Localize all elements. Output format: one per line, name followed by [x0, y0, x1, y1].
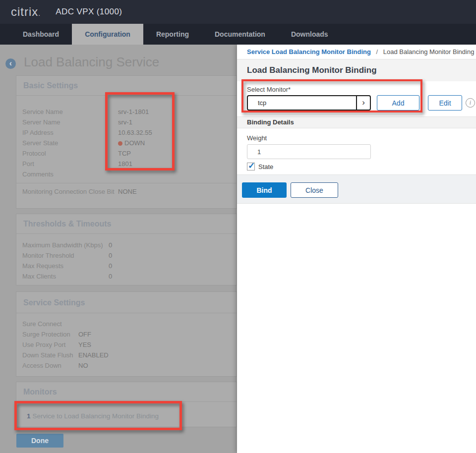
breadcrumb-separator: / — [376, 48, 378, 56]
status-down-text: DOWN — [124, 139, 145, 147]
panel-title-band: Load Balancing Monitor Binding — [237, 59, 476, 81]
monitors-header: Monitors — [16, 382, 237, 402]
card-divider — [16, 183, 237, 183]
monitor-binding-panel: Service Load Balancing Monitor Binding /… — [237, 45, 476, 453]
breadcrumb-current: Load Balancing Monitor Binding — [383, 48, 475, 56]
field-row: Down State FlushENABLED — [22, 350, 231, 360]
back-arrow-icon: ‹ — [9, 59, 12, 67]
field-row: Max Requests0 — [22, 261, 231, 271]
service-monitor-binding-link[interactable]: 1Service to Load Balancing Monitor Bindi… — [16, 402, 237, 420]
service-settings-card: Service Settings Sure Connect Surge Prot… — [16, 291, 237, 377]
field-value: srv-1 — [118, 117, 132, 127]
field-label: Service Name — [22, 107, 118, 117]
citrix-logo: citrix. — [11, 5, 41, 19]
field-row: Monitor Threshold0 — [22, 250, 231, 261]
state-checkbox-row[interactable]: ✓ State — [247, 163, 273, 170]
citrix-adc-screen: citrix. ADC VPX (1000) Dashboard Configu… — [0, 0, 476, 453]
field-label: Down State Flush — [22, 350, 78, 360]
citrix-logo-text: citrix — [11, 5, 38, 18]
monitors-card: Monitors 1Service to Load Balancing Moni… — [16, 382, 237, 427]
tab-downloads[interactable]: Downloads — [278, 24, 341, 45]
field-label: Port — [22, 159, 118, 169]
breadcrumb-link[interactable]: Service Load Balancing Monitor Binding — [247, 48, 371, 56]
status-down-dot — [118, 141, 122, 146]
binding-details-section: Weight ✓ State — [237, 128, 476, 174]
field-row: Port1801 — [22, 159, 231, 169]
thresholds-card: Thresholds & Timeouts Maximum Bandwidth … — [16, 214, 237, 285]
info-icon[interactable]: i — [466, 98, 475, 108]
add-button[interactable]: Add — [377, 95, 419, 111]
field-row: Sure Connect — [22, 319, 231, 329]
field-value: 0 — [109, 271, 112, 282]
bind-button[interactable]: Bind — [242, 182, 287, 198]
field-value: OFF — [78, 329, 91, 340]
field-value: 1801 — [118, 159, 132, 169]
citrix-logo-dot: . — [38, 9, 41, 17]
server-state-value: DOWN — [118, 138, 145, 148]
field-row: Maximum Bandwidth (Kbps)0 — [22, 240, 231, 250]
field-row: IP Address10.63.32.55 — [22, 127, 231, 138]
service-settings-header: Service Settings — [16, 292, 237, 313]
field-row: Max Clients0 — [22, 271, 231, 282]
edit-button[interactable]: Edit — [428, 95, 462, 111]
field-label: Monitoring Connection Close Bit — [22, 186, 118, 197]
weight-label: Weight — [247, 134, 267, 142]
field-value: YES — [78, 340, 91, 350]
back-button[interactable]: ‹ — [5, 58, 16, 69]
main-nav: Dashboard Configuration Reporting Docume… — [0, 24, 476, 45]
field-value: NO — [78, 360, 88, 371]
basic-settings-header: Basic Settings — [16, 76, 237, 96]
field-value: 0 — [109, 261, 112, 271]
panel-action-bar: Bind Close — [237, 174, 476, 204]
binding-details-header: Binding Details — [237, 116, 476, 128]
state-checkbox[interactable]: ✓ — [247, 163, 255, 170]
field-row: Service Namesrv-1-1801 — [22, 107, 231, 117]
check-icon: ✓ — [248, 161, 255, 171]
field-label: Max Requests — [22, 261, 109, 271]
thresholds-header: Thresholds & Timeouts — [16, 214, 237, 234]
app-header: citrix. ADC VPX (1000) — [0, 0, 476, 24]
binding-link-label: Service to Load Balancing Monitor Bindin… — [33, 412, 159, 420]
state-label: State — [258, 163, 273, 170]
field-row: Access DownNO — [22, 360, 231, 371]
chevron-right-icon[interactable]: › — [356, 96, 370, 110]
field-row: Server StateDOWN — [22, 138, 231, 148]
tab-dashboard[interactable]: Dashboard — [10, 24, 72, 45]
tab-configuration[interactable]: Configuration — [72, 24, 143, 45]
select-monitor-section: Select Monitor* tcp › Add Edit i — [237, 81, 476, 116]
field-label: Comments — [22, 169, 118, 179]
field-label: Max Clients — [22, 271, 109, 282]
weight-input[interactable] — [247, 144, 371, 159]
panel-title: Load Balancing Monitor Binding — [247, 65, 377, 75]
basic-settings-card: Basic Settings Service Namesrv-1-1801 Se… — [16, 75, 237, 209]
field-row: Surge ProtectionOFF — [22, 329, 231, 340]
binding-count: 1 — [27, 412, 31, 420]
field-label: Sure Connect — [22, 319, 78, 329]
field-value: srv-1-1801 — [118, 107, 149, 117]
field-value: 0 — [109, 250, 112, 261]
breadcrumb: Service Load Balancing Monitor Binding /… — [237, 45, 476, 59]
done-button[interactable]: Done — [16, 434, 63, 448]
field-label: Protocol — [22, 148, 118, 159]
field-label: Server Name — [22, 117, 118, 127]
field-value: ENABLED — [78, 350, 109, 360]
product-title: ADC VPX (1000) — [56, 7, 122, 17]
field-label: Monitor Threshold — [22, 250, 109, 261]
field-label: Use Proxy Port — [22, 340, 78, 350]
close-button[interactable]: Close — [291, 182, 338, 198]
field-row: ProtocolTCP — [22, 148, 231, 159]
select-monitor-input[interactable]: tcp › — [247, 95, 371, 111]
field-value: NONE — [118, 186, 137, 197]
tab-reporting[interactable]: Reporting — [143, 24, 202, 45]
field-row: Monitoring Connection Close BitNONE — [22, 186, 231, 197]
field-row: Use Proxy PortYES — [22, 340, 231, 350]
field-label: IP Address — [22, 127, 118, 138]
field-value: 10.63.32.55 — [118, 127, 152, 138]
field-row: Server Namesrv-1 — [22, 117, 231, 127]
page-title: Load Balancing Service — [24, 55, 159, 70]
select-monitor-label: Select Monitor* — [247, 86, 291, 93]
select-monitor-value: tcp — [248, 96, 356, 110]
field-value: TCP — [118, 148, 131, 159]
field-label: Surge Protection — [22, 329, 78, 340]
tab-documentation[interactable]: Documentation — [202, 24, 278, 45]
